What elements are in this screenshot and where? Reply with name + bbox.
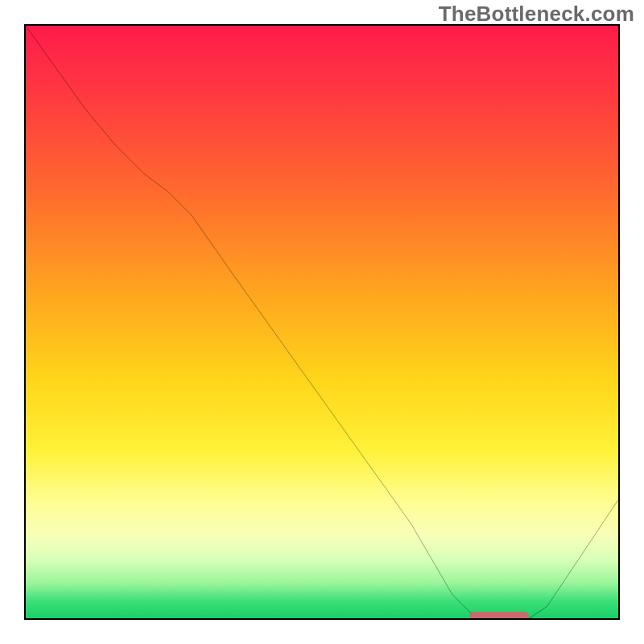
plot-area — [24, 24, 620, 620]
bottleneck-curve — [26, 26, 618, 618]
chart-wrapper: TheBottleneck.com — [0, 0, 644, 644]
optimal-range-marker — [469, 612, 529, 620]
watermark-text: TheBottleneck.com — [439, 2, 634, 27]
